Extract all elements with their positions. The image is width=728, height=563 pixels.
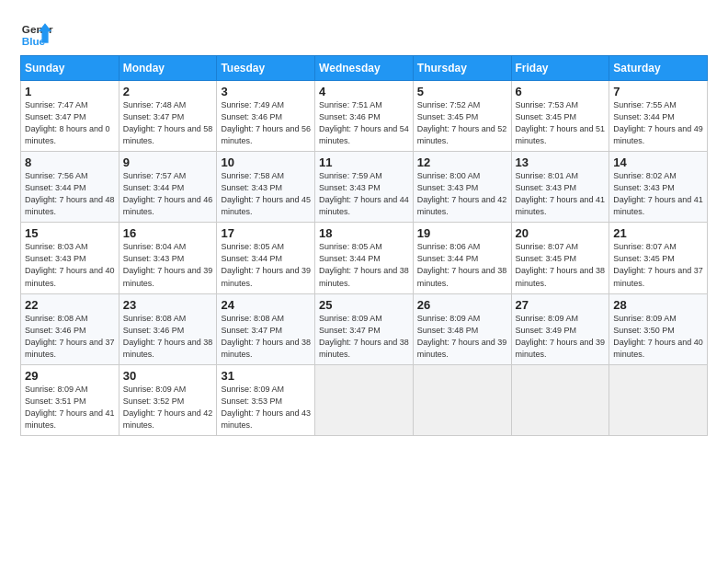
day-cell: 8Sunrise: 7:56 AMSunset: 3:44 PMDaylight…: [21, 152, 119, 223]
day-cell: 22Sunrise: 8:08 AMSunset: 3:46 PMDayligh…: [21, 293, 119, 364]
day-info: Sunrise: 8:00 AMSunset: 3:43 PMDaylight:…: [417, 171, 507, 216]
day-info: Sunrise: 8:08 AMSunset: 3:46 PMDaylight:…: [123, 314, 213, 359]
day-cell: 16Sunrise: 8:04 AMSunset: 3:43 PMDayligh…: [119, 223, 217, 293]
day-info: Sunrise: 7:55 AMSunset: 3:44 PMDaylight:…: [613, 100, 703, 145]
day-cell: [413, 364, 511, 435]
day-number: 31: [221, 369, 311, 383]
day-cell: 10Sunrise: 7:58 AMSunset: 3:43 PMDayligh…: [217, 152, 315, 223]
col-header-sunday: Sunday: [21, 56, 119, 81]
day-info: Sunrise: 8:09 AMSunset: 3:51 PMDaylight:…: [25, 385, 115, 430]
day-info: Sunrise: 8:09 AMSunset: 3:48 PMDaylight:…: [417, 314, 507, 359]
day-info: Sunrise: 8:05 AMSunset: 3:44 PMDaylight:…: [221, 242, 311, 287]
day-number: 27: [516, 298, 606, 312]
day-info: Sunrise: 8:02 AMSunset: 3:43 PMDaylight:…: [613, 171, 703, 216]
day-number: 21: [613, 226, 703, 240]
day-number: 20: [516, 226, 606, 240]
day-number: 6: [516, 85, 606, 98]
day-cell: 7Sunrise: 7:55 AMSunset: 3:44 PMDaylight…: [609, 81, 708, 152]
day-cell: 1Sunrise: 7:47 AMSunset: 3:47 PMDaylight…: [21, 81, 119, 152]
day-number: 17: [221, 226, 311, 240]
calendar-table: SundayMondayTuesdayWednesdayThursdayFrid…: [20, 55, 708, 436]
day-info: Sunrise: 8:08 AMSunset: 3:47 PMDaylight:…: [221, 314, 311, 359]
day-info: Sunrise: 7:52 AMSunset: 3:45 PMDaylight:…: [417, 100, 507, 145]
day-number: 2: [123, 85, 213, 98]
day-cell: 4Sunrise: 7:51 AMSunset: 3:46 PMDaylight…: [315, 81, 414, 152]
day-cell: 27Sunrise: 8:09 AMSunset: 3:49 PMDayligh…: [511, 293, 609, 364]
day-number: 18: [319, 226, 409, 240]
day-cell: 25Sunrise: 8:09 AMSunset: 3:47 PMDayligh…: [315, 293, 414, 364]
col-header-friday: Friday: [511, 56, 609, 81]
col-header-thursday: Thursday: [413, 56, 511, 81]
day-cell: 19Sunrise: 8:06 AMSunset: 3:44 PMDayligh…: [413, 223, 511, 293]
week-row-5: 29Sunrise: 8:09 AMSunset: 3:51 PMDayligh…: [21, 364, 708, 435]
day-cell: [511, 364, 609, 435]
day-info: Sunrise: 7:57 AMSunset: 3:44 PMDaylight:…: [123, 171, 213, 216]
day-number: 16: [123, 226, 213, 240]
col-header-wednesday: Wednesday: [315, 56, 414, 81]
day-number: 30: [123, 369, 213, 383]
day-number: 28: [613, 298, 703, 312]
day-info: Sunrise: 7:53 AMSunset: 3:45 PMDaylight:…: [516, 100, 606, 145]
day-cell: 26Sunrise: 8:09 AMSunset: 3:48 PMDayligh…: [413, 293, 511, 364]
day-number: 10: [221, 155, 311, 169]
day-number: 15: [25, 226, 115, 240]
day-number: 13: [516, 155, 606, 169]
day-cell: 9Sunrise: 7:57 AMSunset: 3:44 PMDaylight…: [119, 152, 217, 223]
day-cell: 14Sunrise: 8:02 AMSunset: 3:43 PMDayligh…: [609, 152, 708, 223]
day-cell: 5Sunrise: 7:52 AMSunset: 3:45 PMDaylight…: [413, 81, 511, 152]
day-info: Sunrise: 8:09 AMSunset: 3:50 PMDaylight:…: [613, 314, 703, 359]
day-number: 8: [25, 155, 115, 169]
page: General Blue SundayMondayTuesdayWednesda…: [0, 0, 728, 447]
col-header-tuesday: Tuesday: [217, 56, 315, 81]
day-info: Sunrise: 8:03 AMSunset: 3:43 PMDaylight:…: [25, 242, 115, 287]
week-row-3: 15Sunrise: 8:03 AMSunset: 3:43 PMDayligh…: [21, 223, 708, 293]
day-number: 24: [221, 298, 311, 312]
day-info: Sunrise: 8:05 AMSunset: 3:44 PMDaylight:…: [319, 242, 409, 287]
day-info: Sunrise: 8:06 AMSunset: 3:44 PMDaylight:…: [417, 242, 507, 287]
logo: General Blue: [20, 17, 57, 50]
day-cell: 12Sunrise: 8:00 AMSunset: 3:43 PMDayligh…: [413, 152, 511, 223]
day-number: 7: [613, 85, 703, 98]
day-number: 12: [417, 155, 507, 169]
day-number: 5: [417, 85, 507, 98]
week-row-4: 22Sunrise: 8:08 AMSunset: 3:46 PMDayligh…: [21, 293, 708, 364]
day-info: Sunrise: 8:09 AMSunset: 3:52 PMDaylight:…: [123, 385, 213, 430]
day-cell: [609, 364, 708, 435]
day-number: 4: [319, 85, 409, 98]
day-info: Sunrise: 7:58 AMSunset: 3:43 PMDaylight:…: [221, 171, 311, 216]
day-number: 14: [613, 155, 703, 169]
day-cell: 2Sunrise: 7:48 AMSunset: 3:47 PMDaylight…: [119, 81, 217, 152]
day-info: Sunrise: 8:08 AMSunset: 3:46 PMDaylight:…: [25, 314, 115, 359]
week-row-1: 1Sunrise: 7:47 AMSunset: 3:47 PMDaylight…: [21, 81, 708, 152]
day-info: Sunrise: 8:07 AMSunset: 3:45 PMDaylight:…: [516, 242, 606, 287]
day-info: Sunrise: 7:48 AMSunset: 3:47 PMDaylight:…: [123, 100, 213, 145]
day-number: 29: [25, 369, 115, 383]
day-info: Sunrise: 7:49 AMSunset: 3:46 PMDaylight:…: [221, 100, 311, 145]
day-number: 1: [25, 85, 115, 98]
day-number: 23: [123, 298, 213, 312]
day-cell: 6Sunrise: 7:53 AMSunset: 3:45 PMDaylight…: [511, 81, 609, 152]
day-cell: 31Sunrise: 8:09 AMSunset: 3:53 PMDayligh…: [217, 364, 315, 435]
day-number: 25: [319, 298, 409, 312]
day-info: Sunrise: 7:56 AMSunset: 3:44 PMDaylight:…: [25, 171, 115, 216]
week-row-2: 8Sunrise: 7:56 AMSunset: 3:44 PMDaylight…: [21, 152, 708, 223]
day-cell: 11Sunrise: 7:59 AMSunset: 3:43 PMDayligh…: [315, 152, 414, 223]
day-cell: 30Sunrise: 8:09 AMSunset: 3:52 PMDayligh…: [119, 364, 217, 435]
day-number: 19: [417, 226, 507, 240]
day-cell: 17Sunrise: 8:05 AMSunset: 3:44 PMDayligh…: [217, 223, 315, 293]
day-number: 3: [221, 85, 311, 98]
day-number: 9: [123, 155, 213, 169]
day-cell: 24Sunrise: 8:08 AMSunset: 3:47 PMDayligh…: [217, 293, 315, 364]
day-cell: 18Sunrise: 8:05 AMSunset: 3:44 PMDayligh…: [315, 223, 414, 293]
day-info: Sunrise: 8:04 AMSunset: 3:43 PMDaylight:…: [123, 242, 213, 287]
day-info: Sunrise: 8:01 AMSunset: 3:43 PMDaylight:…: [516, 171, 606, 216]
col-header-saturday: Saturday: [609, 56, 708, 81]
day-cell: 28Sunrise: 8:09 AMSunset: 3:50 PMDayligh…: [609, 293, 708, 364]
day-cell: [315, 364, 414, 435]
day-number: 11: [319, 155, 409, 169]
logo-icon: General Blue: [20, 17, 53, 50]
day-number: 26: [417, 298, 507, 312]
day-cell: 23Sunrise: 8:08 AMSunset: 3:46 PMDayligh…: [119, 293, 217, 364]
col-header-monday: Monday: [119, 56, 217, 81]
day-cell: 21Sunrise: 8:07 AMSunset: 3:45 PMDayligh…: [609, 223, 708, 293]
